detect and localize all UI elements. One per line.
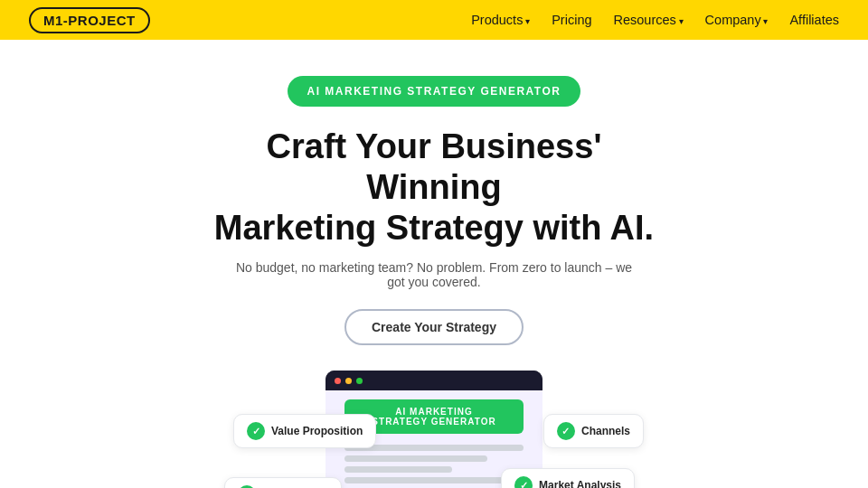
card-channels: ✓ Channels bbox=[543, 414, 644, 448]
hero-title: Craft Your Business' Winning Marketing S… bbox=[199, 127, 669, 248]
browser-dot-green bbox=[356, 378, 363, 384]
nav-link-resources[interactable]: Resources bbox=[614, 13, 684, 27]
card-channels-label: Channels bbox=[581, 425, 630, 437]
nav-link-pricing[interactable]: Pricing bbox=[552, 13, 591, 27]
check-icon-market-analysis: ✓ bbox=[514, 476, 533, 488]
hero-section: AI MARKETING STRATEGY GENERATOR Craft Yo… bbox=[0, 40, 868, 488]
hero-badge: AI MARKETING STRATEGY GENERATOR bbox=[288, 76, 581, 107]
nav-link-products[interactable]: Products bbox=[471, 13, 530, 27]
cta-button[interactable]: Create Your Strategy bbox=[344, 309, 524, 345]
nav-item-company[interactable]: Company bbox=[705, 12, 769, 28]
browser-line-3 bbox=[344, 466, 452, 473]
hero-subtitle: No budget, no marketing team? No problem… bbox=[235, 260, 633, 289]
browser-dot-yellow bbox=[345, 378, 352, 384]
browser-bar bbox=[326, 371, 542, 390]
card-value-prop-label: Value Proposition bbox=[271, 425, 363, 437]
browser-lines bbox=[344, 445, 524, 488]
nav-links: Products Pricing Resources Company Affil… bbox=[471, 12, 839, 28]
card-value-proposition: ✓ Value Proposition bbox=[233, 414, 376, 448]
nav-item-products[interactable]: Products bbox=[471, 12, 530, 28]
navbar: M1-PROJECT Products Pricing Resources Co… bbox=[0, 0, 868, 40]
hero-illustration: AI MARKETING STRATEGY GENERATOR ✓ Value … bbox=[217, 371, 651, 488]
check-icon-value-prop: ✓ bbox=[247, 422, 265, 440]
logo[interactable]: M1-PROJECT bbox=[29, 7, 150, 33]
card-market-analysis-label: Market Analysis bbox=[539, 479, 621, 488]
nav-item-resources[interactable]: Resources bbox=[614, 12, 684, 28]
nav-link-company[interactable]: Company bbox=[705, 13, 769, 27]
check-icon-channels: ✓ bbox=[557, 422, 575, 440]
browser-line-4 bbox=[344, 477, 524, 483]
nav-item-pricing[interactable]: Pricing bbox=[552, 12, 591, 28]
browser-line-2 bbox=[344, 455, 487, 462]
nav-item-affiliates[interactable]: Affiliates bbox=[789, 12, 839, 28]
browser-dot-red bbox=[335, 378, 341, 384]
nav-link-affiliates[interactable]: Affiliates bbox=[789, 13, 839, 27]
card-market-analysis: ✓ Market Analysis bbox=[501, 468, 635, 488]
card-key-benefits: ✓ Key Benefits bbox=[224, 477, 342, 488]
